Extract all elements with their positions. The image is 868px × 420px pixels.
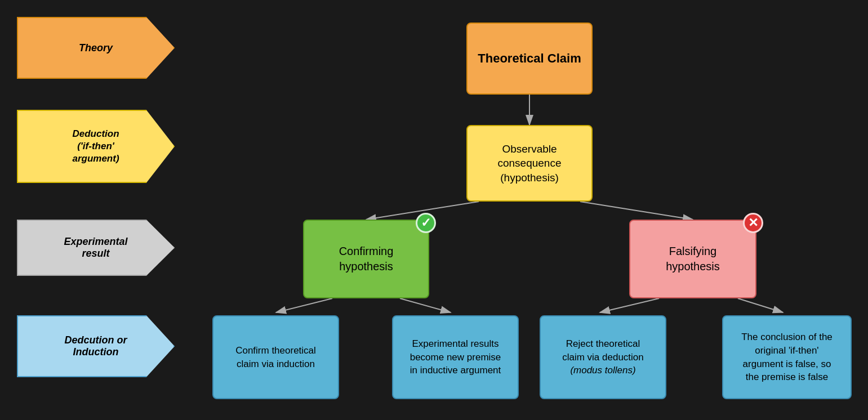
x-icon: ✕ [748, 215, 758, 231]
deduction-induction-label: Dedcution or Induction [65, 334, 127, 358]
conclusion-false-label: The conclusion of the original 'if-then'… [741, 330, 833, 384]
confirm-induction-label: Confirm theoretical claim via induction [235, 344, 316, 371]
reject-deduction-box: Reject theoretical claim via deduction (… [540, 315, 666, 399]
deduction-induction-shape: Dedcution or Induction [17, 315, 175, 377]
conclusion-false-box: The conclusion of the original 'if-then'… [722, 315, 852, 399]
theoretical-claim-box: Theoretical Claim [466, 23, 593, 95]
experimental-new-premise-box: Experimental results become new premise … [392, 315, 519, 399]
svg-line-7 [738, 298, 783, 312]
check-icon: ✓ [421, 215, 431, 231]
deduction-shape: Deduction ('if-then' argument) [17, 110, 175, 183]
reject-deduction-label: Reject theoretical claim via deduction (… [562, 337, 644, 377]
confirm-induction-box: Confirm theoretical claim via induction [212, 315, 339, 399]
svg-line-5 [400, 298, 451, 312]
confirming-hypothesis-box: Confirming hypothesis ✓ [303, 220, 429, 298]
theory-shape: Theory [17, 17, 175, 79]
observable-consequence-box: Observable consequence (hypothesis) [466, 125, 593, 202]
diagram-container: Theory Deduction ('if-then' argument) Ex… [0, 0, 868, 420]
svg-line-6 [600, 298, 659, 312]
legend-deduction: Deduction ('if-then' argument) [17, 110, 175, 183]
confirm-check-badge: ✓ [416, 213, 436, 233]
svg-line-4 [276, 298, 332, 312]
observable-consequence-label: Observable consequence (hypothesis) [497, 142, 561, 185]
legend-deduction-induction: Dedcution or Induction [17, 315, 175, 377]
theoretical-claim-label: Theoretical Claim [478, 50, 581, 67]
falsify-x-badge: ✕ [743, 213, 763, 233]
falsifying-hypothesis-box: Falsifying hypothesis ✕ [629, 220, 756, 298]
falsifying-hypothesis-label: Falsifying hypothesis [666, 244, 720, 274]
svg-line-3 [580, 202, 693, 220]
legend-experimental-result: Experimental result [17, 220, 175, 276]
legend-theory: Theory [17, 17, 175, 79]
experimental-new-premise-label: Experimental results become new premise … [410, 337, 501, 377]
confirming-hypothesis-label: Confirming hypothesis [339, 244, 394, 274]
deduction-label: Deduction ('if-then' argument) [72, 128, 119, 165]
theory-label: Theory [79, 42, 113, 54]
experimental-result-shape: Experimental result [17, 220, 175, 276]
experimental-result-label: Experimental result [64, 236, 127, 260]
